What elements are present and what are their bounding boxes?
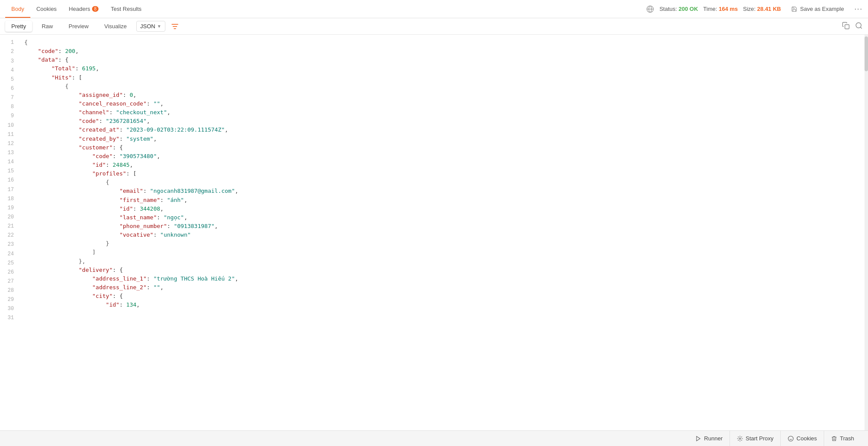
tab-test-results[interactable]: Test Results xyxy=(105,0,148,18)
tab-headers-label: Headers xyxy=(69,6,90,12)
tab-body-label: Body xyxy=(11,6,24,12)
proxy-icon xyxy=(737,436,743,442)
trash-label: Trash xyxy=(840,435,854,442)
save-example-label: Save as Example xyxy=(800,6,844,12)
svg-point-11 xyxy=(788,436,793,441)
svg-line-8 xyxy=(860,27,861,28)
headers-badge: 8 xyxy=(92,6,99,12)
code-body: { "code": 200, "data": { "Total": 6195, … xyxy=(19,35,865,430)
runner-label: Runner xyxy=(704,435,723,442)
view-bar: Pretty Raw Preview Visualize JSON ▼ xyxy=(0,18,868,35)
start-proxy-button[interactable]: Start Proxy xyxy=(730,431,780,446)
chevron-down-icon: ▼ xyxy=(157,24,161,29)
search-icon xyxy=(855,22,863,30)
search-button[interactable] xyxy=(855,22,863,31)
json-code: { "code": 200, "data": { "Total": 6195, … xyxy=(24,38,861,309)
svg-rect-6 xyxy=(845,24,849,29)
tab-cookies[interactable]: Cookies xyxy=(30,0,63,18)
bottom-bar: Runner Start Proxy Cookies Trash xyxy=(0,430,868,446)
cookies-button[interactable]: Cookies xyxy=(780,431,824,446)
trash-icon xyxy=(831,436,837,442)
runner-icon xyxy=(695,436,701,442)
scrollbar[interactable] xyxy=(865,35,868,430)
tabs: Body Cookies Headers 8 Test Results xyxy=(5,0,148,18)
view-raw-button[interactable]: Raw xyxy=(36,21,59,32)
tab-headers[interactable]: Headers 8 xyxy=(63,0,105,18)
svg-point-10 xyxy=(739,438,741,439)
trash-button[interactable]: Trash xyxy=(824,431,861,446)
save-icon xyxy=(791,6,797,12)
tab-test-results-label: Test Results xyxy=(111,6,141,12)
time-value: 164 ms xyxy=(719,6,738,12)
code-container: 12345 678910 1112131415 1617181920 21222… xyxy=(0,35,868,430)
tab-bar: Body Cookies Headers 8 Test Results Stat… xyxy=(0,0,868,18)
tab-cookies-label: Cookies xyxy=(36,6,57,12)
line-numbers: 12345 678910 1112131415 1617181920 21222… xyxy=(0,35,19,430)
view-visualize-button[interactable]: Visualize xyxy=(98,21,133,32)
size-label: Size: 28.41 KB xyxy=(743,6,781,12)
format-dropdown[interactable]: JSON ▼ xyxy=(136,21,165,32)
status-label: Status: 200 OK xyxy=(659,6,698,12)
cookies-label: Cookies xyxy=(796,435,817,442)
more-button[interactable]: ··· xyxy=(855,5,863,13)
save-example-button[interactable]: Save as Example xyxy=(788,4,847,14)
time-label: Time: 164 ms xyxy=(703,6,738,12)
svg-marker-9 xyxy=(697,436,700,441)
status-code: 200 OK xyxy=(678,6,698,12)
tab-body[interactable]: Body xyxy=(5,0,30,18)
filter-icon xyxy=(171,22,179,31)
view-preview-button[interactable]: Preview xyxy=(62,21,95,32)
copy-button[interactable] xyxy=(842,22,850,31)
copy-icon xyxy=(842,22,850,30)
status-info: Status: 200 OK Time: 164 ms Size: 28.41 … xyxy=(646,5,781,13)
filter-button[interactable] xyxy=(171,22,179,31)
view-pretty-button[interactable]: Pretty xyxy=(5,21,32,32)
size-value: 28.41 KB xyxy=(757,6,781,12)
start-proxy-label: Start Proxy xyxy=(746,435,773,442)
globe-icon xyxy=(646,5,654,13)
view-bar-actions xyxy=(842,22,863,31)
cookies-icon xyxy=(788,436,794,442)
runner-button[interactable]: Runner xyxy=(688,431,730,446)
format-label: JSON xyxy=(140,23,155,30)
svg-point-7 xyxy=(856,23,861,28)
tab-bar-right: Status: 200 OK Time: 164 ms Size: 28.41 … xyxy=(646,4,863,14)
